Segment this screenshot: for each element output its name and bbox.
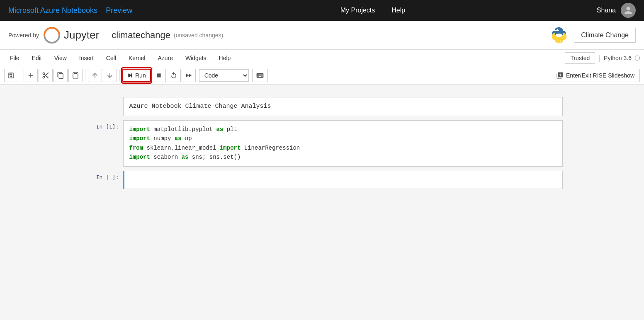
code-cell-2: In [ ]: xyxy=(82,171,563,189)
menu-insert[interactable]: Insert xyxy=(73,51,100,65)
cut-button[interactable] xyxy=(39,69,53,82)
run-label: Run xyxy=(135,72,146,79)
preview-label: Preview xyxy=(106,6,132,15)
jupyter-icon xyxy=(43,27,61,44)
title-cell-text: Azure Notebook Climate Change Analysis xyxy=(124,97,562,116)
bar-chart-icon xyxy=(556,72,564,79)
code-line-2: import numpy as np xyxy=(129,134,557,143)
menu-edit[interactable]: Edit xyxy=(26,51,48,65)
restart-button[interactable] xyxy=(167,69,181,82)
user-area: Shana xyxy=(597,3,636,18)
menu-right: Trusted | Python 3.6 xyxy=(565,52,640,64)
python-logo xyxy=(550,27,568,44)
brand-microsoft: Microsoft xyxy=(8,6,40,15)
top-navbar: Microsoft Azure Notebooks Preview My Pro… xyxy=(0,0,644,21)
cell2-label: In [ ]: xyxy=(82,171,123,180)
svg-point-2 xyxy=(560,40,561,41)
trusted-button[interactable]: Trusted xyxy=(565,52,595,64)
header-right: Climate Change xyxy=(550,27,636,44)
main-content: Azure Notebook Climate Change Analysis I… xyxy=(0,85,644,320)
svg-point-1 xyxy=(557,29,558,30)
run-icon xyxy=(127,73,133,78)
menu-kernel[interactable]: Kernel xyxy=(123,51,151,65)
add-cell-button[interactable] xyxy=(24,69,38,82)
toolbar-separator-3 xyxy=(119,70,120,81)
cell1-code: import matplotlib.pyplot as plt import n… xyxy=(124,121,562,166)
title-cell: Azure Notebook Climate Change Analysis xyxy=(82,97,563,116)
run-button[interactable]: Run xyxy=(122,69,151,82)
menu-divider: | xyxy=(598,53,600,62)
unsaved-label: (unsaved changes) xyxy=(174,32,223,39)
nav-my-projects[interactable]: My Projects xyxy=(340,7,375,14)
brand-name: Microsoft Azure Notebooks Preview xyxy=(8,6,132,15)
username: Shana xyxy=(597,7,616,14)
title-cell-content[interactable]: Azure Notebook Climate Change Analysis xyxy=(123,97,563,116)
notebook-container: Azure Notebook Climate Change Analysis I… xyxy=(73,97,571,189)
powered-by-label: Powered by xyxy=(8,32,39,39)
toolbar: Run Code Markdown Raw NBConvert Heading … xyxy=(0,66,644,85)
cell-type-select[interactable]: Code Markdown Raw NBConvert Heading xyxy=(199,69,249,82)
nav-help[interactable]: Help xyxy=(391,7,405,14)
code-cell-1: In [1]: import matplotlib.pyplot as plt … xyxy=(82,120,563,167)
cell1-label: In [1]: xyxy=(82,120,123,130)
menu-view[interactable]: View xyxy=(49,51,73,65)
cell2-content[interactable] xyxy=(123,171,563,189)
cell1-content[interactable]: import matplotlib.pyplot as plt import n… xyxy=(123,120,563,167)
brand-notebooks: Notebooks xyxy=(60,6,97,15)
kernel-status-indicator xyxy=(635,56,640,61)
rise-slideshow-button[interactable]: Enter/Exit RISE Slideshow xyxy=(551,69,640,82)
toolbar-separator-1 xyxy=(21,70,21,81)
menu-cell[interactable]: Cell xyxy=(100,51,122,65)
menu-items: File Edit View Insert Cell Kernel Azure … xyxy=(4,51,565,65)
stop-button[interactable] xyxy=(152,69,166,82)
code-line-1: import matplotlib.pyplot as plt xyxy=(129,125,557,134)
save-button[interactable] xyxy=(4,69,18,82)
jupyter-text: Jupyter xyxy=(64,29,99,41)
toolbar-separator-2 xyxy=(85,70,85,81)
avatar[interactable] xyxy=(621,3,636,18)
menu-bar: File Edit View Insert Cell Kernel Azure … xyxy=(0,50,644,66)
cell2-code xyxy=(124,171,562,189)
paste-button[interactable] xyxy=(68,69,83,82)
move-down-button[interactable] xyxy=(103,69,117,82)
menu-widgets[interactable]: Widgets xyxy=(180,51,212,65)
copy-button[interactable] xyxy=(53,69,68,82)
fast-forward-button[interactable] xyxy=(182,69,196,82)
svg-rect-4 xyxy=(157,73,160,77)
menu-help[interactable]: Help xyxy=(213,51,237,65)
nav-links: My Projects Help xyxy=(149,7,597,14)
menu-file[interactable]: File xyxy=(4,51,25,65)
move-up-button[interactable] xyxy=(88,69,102,82)
brand-azure: Azure xyxy=(40,6,60,15)
jupyter-logo: Jupyter xyxy=(43,27,99,44)
notebook-name[interactable]: climatechange xyxy=(112,30,170,41)
python-version-label: Python 3.6 xyxy=(604,55,632,61)
jupyter-header: Powered by Jupyter climatechange (unsave… xyxy=(0,21,644,50)
menu-azure[interactable]: Azure xyxy=(152,51,179,65)
code-line-4: import seaborn as sns; sns.set() xyxy=(129,153,557,162)
kernel-name-button[interactable]: Climate Change xyxy=(574,28,636,43)
rise-label: Enter/Exit RISE Slideshow xyxy=(566,72,634,79)
keyboard-shortcuts-button[interactable] xyxy=(252,69,268,82)
keyboard-icon xyxy=(256,71,264,80)
svg-rect-3 xyxy=(131,73,132,77)
code-line-3: from sklearn.linear_model import LinearR… xyxy=(129,143,557,153)
